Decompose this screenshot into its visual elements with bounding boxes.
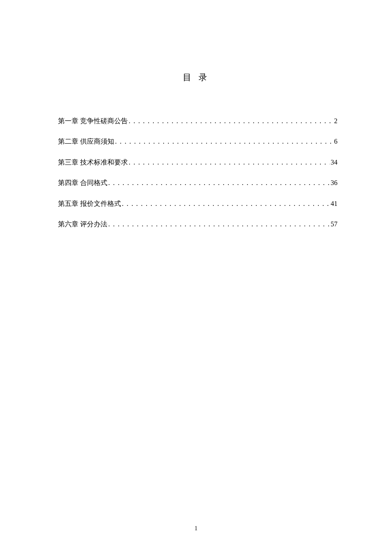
toc-entry-page: 6 bbox=[334, 137, 337, 146]
toc-entry-page: 2 bbox=[334, 116, 337, 126]
table-of-contents: 第一章 竞争性磋商公告 2 第二章 供应商须知 6 第三章 技术标准和要求 34… bbox=[58, 116, 337, 229]
toc-entry-label: 第四章 合同格式 bbox=[58, 178, 107, 188]
toc-entry: 第四章 合同格式 36 bbox=[58, 178, 337, 188]
toc-entry-page: 36 bbox=[331, 178, 337, 188]
toc-entry-label: 第一章 竞争性磋商公告 bbox=[58, 116, 128, 126]
toc-entry: 第三章 技术标准和要求 34 bbox=[58, 158, 337, 167]
toc-entry: 第一章 竞争性磋商公告 2 bbox=[58, 116, 337, 126]
toc-entry-page: 57 bbox=[331, 220, 337, 229]
toc-dots bbox=[122, 199, 330, 208]
toc-entry-label: 第三章 技术标准和要求 bbox=[58, 158, 128, 167]
toc-entry-page: 34 bbox=[331, 158, 337, 167]
toc-entry: 第六章 评分办法 57 bbox=[58, 220, 337, 229]
toc-dots bbox=[129, 116, 333, 126]
toc-entry-label: 第二章 供应商须知 bbox=[58, 137, 114, 146]
toc-entry-page: 41 bbox=[331, 199, 337, 208]
toc-entry-label: 第五章 报价文件格式 bbox=[58, 199, 121, 208]
toc-entry: 第二章 供应商须知 6 bbox=[58, 137, 337, 146]
toc-entry-label: 第六章 评分办法 bbox=[58, 220, 107, 229]
toc-entry: 第五章 报价文件格式 41 bbox=[58, 199, 337, 208]
toc-dots bbox=[129, 158, 330, 167]
toc-dots bbox=[108, 178, 330, 188]
page-number: 1 bbox=[0, 525, 392, 532]
toc-dots bbox=[115, 137, 333, 146]
toc-dots bbox=[108, 220, 330, 229]
page-title: 目 录 bbox=[0, 0, 392, 83]
